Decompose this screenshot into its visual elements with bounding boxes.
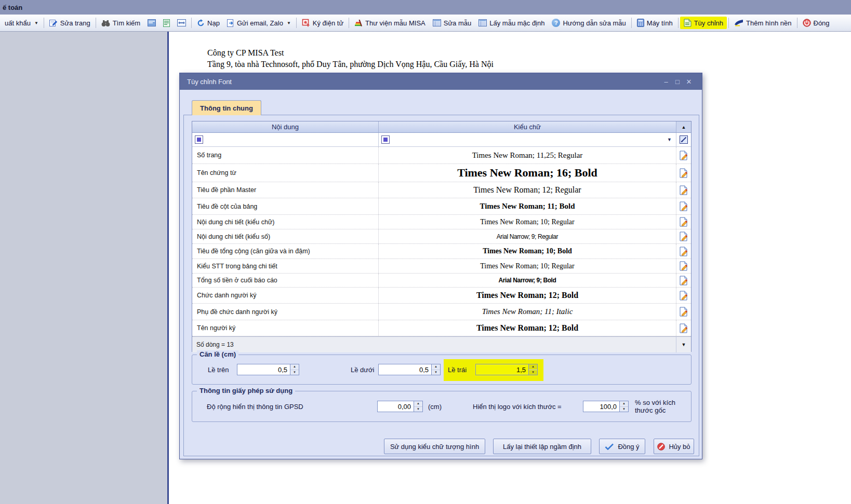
dialog-button-huy-bo[interactable]: Hủy bỏ — [654, 439, 694, 454]
row-edit-button[interactable] — [676, 182, 691, 198]
filter-box-icon[interactable] — [195, 135, 203, 144]
toolbar-button-label: Lấy mẫu mặc định — [489, 19, 544, 27]
row-edit-button[interactable] — [676, 229, 691, 243]
row-fontstyle-value[interactable]: Times New Roman; 10; Regular — [379, 215, 676, 229]
row-edit-button[interactable] — [676, 259, 691, 273]
toolbar-button-ong[interactable]: Đóng — [799, 17, 833, 29]
row-edit-button[interactable] — [676, 244, 691, 258]
table-row[interactable]: Nội dung chi tiết (kiểu chữ)Times New Ro… — [192, 215, 691, 229]
margin-spinner[interactable]: ▲▼ — [290, 364, 299, 375]
table-row[interactable]: Tổng số tiền ở cuối báo cáoArial Narrow;… — [192, 274, 691, 288]
toolbar-button-thu-vien-mau-misa[interactable]: Thư viện mẫu MISA — [351, 17, 429, 29]
dropdown-arrow-icon[interactable]: ▼ — [34, 21, 38, 25]
margin-field: ▲▼ — [378, 364, 441, 375]
margin-spinner[interactable]: ▲▼ — [432, 364, 441, 375]
row-fontstyle-value[interactable]: Times New Roman; 12; Bold — [379, 288, 676, 303]
maximize-icon[interactable]: □ — [672, 78, 683, 86]
app-window-title: ế toán — [3, 4, 22, 11]
spin-down-icon[interactable]: ▼ — [432, 370, 440, 375]
margin-field-label: Lề trên — [208, 366, 229, 374]
spin-down-icon[interactable]: ▼ — [290, 370, 299, 375]
spin-up-icon[interactable]: ▲ — [620, 401, 628, 407]
filter-cell-fontstyle[interactable]: ▼ — [379, 133, 676, 146]
spin-up-icon[interactable]: ▲ — [432, 364, 440, 370]
gpsd-width-spinner[interactable]: ▲▼ — [414, 401, 423, 412]
filter-box-icon[interactable] — [381, 135, 390, 144]
row-fontstyle-value[interactable]: Times New Roman; 10; Bold — [379, 244, 676, 258]
row-fontstyle-value[interactable]: Times New Roman; 11,25; Regular — [379, 147, 676, 164]
toolbar-button-them-hinh-nen[interactable]: Thêm hình nền — [730, 17, 795, 29]
toolbar-button-nap[interactable]: Nạp — [193, 17, 223, 29]
dialog-titlebar[interactable]: Tùy chỉnh Font –□✕ — [180, 73, 702, 90]
row-fontstyle-value[interactable]: Times New Roman; 12; Bold — [379, 320, 676, 336]
toolbar-button-uat-khau[interactable]: uất khẩu▼ — [1, 17, 42, 29]
spin-down-icon[interactable]: ▼ — [414, 407, 422, 412]
toolbar-button-gui-email-zalo[interactable]: Gửi email, Zalo▼ — [223, 17, 295, 29]
gpsd-width-input[interactable] — [377, 401, 414, 412]
spin-up-icon[interactable]: ▲ — [529, 364, 537, 370]
row-edit-button[interactable] — [676, 320, 691, 336]
row-edit-button[interactable] — [676, 198, 691, 214]
dialog-button-lay-lai-thiet-lap-ngam-inh[interactable]: Lấy lại thiết lập ngầm định — [493, 439, 591, 454]
margin-input[interactable] — [475, 364, 529, 375]
margin-input[interactable] — [378, 364, 432, 375]
dialog-button-ong-y[interactable]: Đồng ý — [599, 439, 645, 454]
toolbar-button-fit-width[interactable] — [174, 17, 190, 29]
column-header-fontstyle[interactable]: Kiểu chữ — [379, 121, 676, 132]
scrollbar-down[interactable]: ▼ — [676, 337, 691, 352]
spin-down-icon[interactable]: ▼ — [620, 407, 628, 412]
filter-cell-content[interactable] — [192, 133, 379, 146]
toolbar-button-thumbnail-view[interactable] — [144, 17, 159, 29]
row-edit-button[interactable] — [676, 215, 691, 229]
row-fontstyle-value[interactable]: Arial Narrow; 9; Regular — [379, 229, 676, 243]
row-fontstyle-value[interactable]: Arial Narrow; 9; Bold — [379, 274, 676, 287]
row-edit-button[interactable] — [676, 288, 691, 303]
row-edit-button[interactable] — [676, 147, 691, 164]
row-fontstyle-value[interactable]: Times New Roman; 10; Regular — [379, 259, 676, 273]
table-row[interactable]: Tiêu đề phần MasterTimes New Roman; 12; … — [192, 182, 691, 198]
row-edit-icon — [680, 276, 688, 285]
dialog-button-su-dung-kieu-chu-tuong-hinh[interactable]: Sử dụng kiểu chữ tượng hình — [384, 439, 485, 454]
table-row[interactable]: Nội dung chi tiết (kiểu số)Arial Narrow;… — [192, 229, 691, 244]
toolbar-button-huong-dan-sua-mau[interactable]: ?Hướng dẫn sửa mẫu — [548, 17, 629, 29]
column-header-content[interactable]: Nội dung — [192, 121, 379, 132]
table-row[interactable]: Tên chứng từTimes New Roman; 16; Bold — [192, 164, 691, 182]
row-fontstyle-value[interactable]: Times New Roman; 11; Italic — [379, 304, 676, 320]
margin-input[interactable] — [237, 364, 290, 375]
row-fontstyle-value[interactable]: Times New Roman; 11; Bold — [379, 198, 676, 214]
minimize-icon[interactable]: – — [660, 78, 672, 86]
toolbar-button-sua-trang[interactable]: Sửa trang — [46, 17, 94, 29]
table-row[interactable]: Tiêu đề cột của bảngTimes New Roman; 11;… — [192, 198, 691, 215]
margin-spinner[interactable]: ▲▼ — [529, 364, 538, 375]
row-fontstyle-value[interactable]: Times New Roman; 16; Bold — [379, 164, 676, 182]
refresh-icon — [197, 19, 205, 27]
scrollbar-up[interactable]: ▲ — [676, 121, 691, 132]
dropdown-arrow-icon[interactable]: ▼ — [287, 21, 291, 25]
table-row[interactable]: Tên người kýTimes New Roman; 12; Bold — [192, 320, 691, 336]
toolbar-button-sua-mau[interactable]: Sửa mẫu — [429, 17, 475, 29]
toolbar-button-page-view[interactable] — [159, 17, 174, 29]
toolbar-button-ky-ien-tu[interactable]: Ký điện tử — [298, 17, 347, 29]
spin-down-icon[interactable]: ▼ — [529, 370, 537, 375]
row-edit-button[interactable] — [676, 304, 691, 320]
table-row[interactable]: Chức danh người kýTimes New Roman; 12; B… — [192, 288, 691, 304]
logo-size-input[interactable] — [583, 401, 620, 412]
close-icon[interactable]: ✕ — [683, 78, 695, 86]
filter-edit-cell[interactable] — [676, 133, 691, 146]
logo-size-spinner[interactable]: ▲▼ — [620, 401, 629, 412]
table-row[interactable]: Số trangTimes New Roman; 11,25; Regular — [192, 147, 691, 164]
toolbar-button-tuy-chinh[interactable]: Tùy chỉnh — [680, 17, 727, 29]
filter-dropdown-icon[interactable]: ▼ — [667, 137, 672, 142]
table-row[interactable]: Tiêu đề tổng cộng (căn giữa và in đậm)Ti… — [192, 244, 691, 259]
toolbar-button-may-tinh[interactable]: Máy tính — [633, 17, 676, 29]
table-row[interactable]: Phụ đề chức danh người kýTimes New Roman… — [192, 304, 691, 320]
row-fontstyle-value[interactable]: Times New Roman; 12; Regular — [379, 182, 676, 198]
table-row[interactable]: Kiểu STT trong bảng chi tiếtTimes New Ro… — [192, 259, 691, 274]
tab-general-info[interactable]: Thông tin chung — [192, 100, 261, 115]
spin-up-icon[interactable]: ▲ — [290, 364, 299, 370]
toolbar-button-tim-kiem[interactable]: Tìm kiếm — [98, 17, 144, 29]
row-edit-button[interactable] — [676, 274, 691, 287]
toolbar-button-lay-mau-mac-inh[interactable]: Lấy mẫu mặc định — [475, 17, 548, 29]
spin-up-icon[interactable]: ▲ — [414, 401, 422, 407]
row-edit-button[interactable] — [676, 164, 691, 182]
